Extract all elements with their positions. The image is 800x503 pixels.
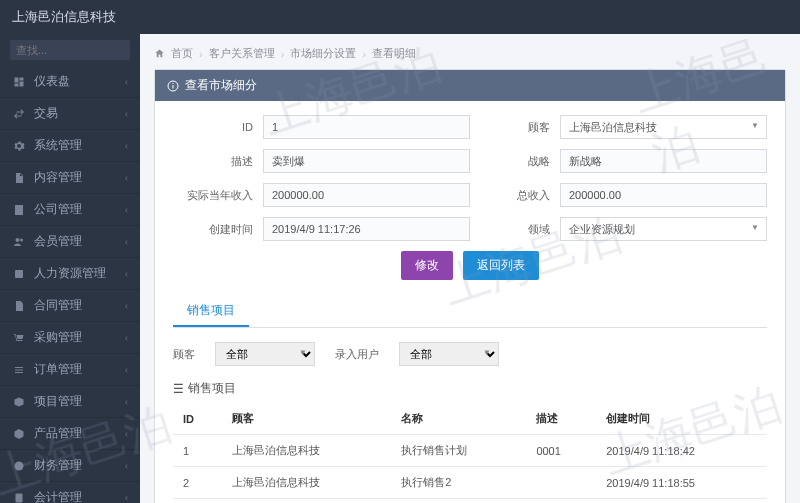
sidebar-item[interactable]: 财务管理‹	[0, 450, 140, 482]
col-name: 名称	[391, 403, 526, 435]
chevron-icon: ‹	[125, 173, 128, 183]
col-id: ID	[173, 403, 222, 435]
label-id: ID	[173, 121, 263, 133]
chevron-icon: ‹	[125, 109, 128, 119]
breadcrumb: 首页 › 客户关系管理 › 市场细分设置 › 查看明细	[154, 42, 786, 69]
field-id[interactable]	[263, 115, 470, 139]
label-strategy: 战略	[470, 154, 560, 169]
subtable-title-row: ☰ 销售项目	[173, 372, 767, 403]
col-desc: 描述	[526, 403, 596, 435]
breadcrumb-home[interactable]: 首页	[171, 46, 193, 61]
sidebar-item[interactable]: 人力资源管理‹	[0, 258, 140, 290]
box-icon	[12, 395, 26, 409]
sub-tabs: 销售项目	[173, 296, 767, 328]
cube-icon	[12, 427, 26, 441]
sales-table: ID 顾客 名称 描述 创建时间 1上海邑泊信息科技执行销售计划00012019…	[173, 403, 767, 499]
sidebar-item[interactable]: 项目管理‹	[0, 386, 140, 418]
svg-rect-7	[173, 85, 174, 89]
panel-title: 查看市场细分	[185, 77, 257, 94]
label-total-income: 总收入	[470, 188, 560, 203]
dashboard-icon	[12, 75, 26, 89]
sidebar-item[interactable]: 内容管理‹	[0, 162, 140, 194]
field-desc[interactable]	[263, 149, 470, 173]
chevron-icon: ‹	[125, 461, 128, 471]
label-desc: 描述	[173, 154, 263, 169]
users-icon	[12, 235, 26, 249]
breadcrumb-1[interactable]: 客户关系管理	[209, 46, 275, 61]
info-icon	[167, 80, 179, 92]
chevron-icon: ‹	[125, 365, 128, 375]
table-row[interactable]: 2上海邑泊信息科技执行销售22019/4/9 11:18:55	[173, 467, 767, 499]
sidebar-item[interactable]: 采购管理‹	[0, 322, 140, 354]
svg-point-0	[16, 238, 20, 242]
main-content: 首页 › 客户关系管理 › 市场细分设置 › 查看明细 查看市场细分 ID	[140, 34, 800, 503]
field-strategy[interactable]	[560, 149, 767, 173]
svg-rect-8	[173, 83, 174, 84]
sidebar-search	[0, 34, 140, 66]
breadcrumb-3: 查看明细	[372, 46, 416, 61]
brand: 上海邑泊信息科技	[12, 8, 116, 26]
filter-user-label: 录入用户	[335, 347, 379, 362]
table-row[interactable]: 1上海邑泊信息科技执行销售计划00012019/4/9 11:18:42	[173, 435, 767, 467]
sidebar-item[interactable]: 交易‹	[0, 98, 140, 130]
breadcrumb-2[interactable]: 市场细分设置	[290, 46, 356, 61]
chevron-icon: ‹	[125, 493, 128, 503]
sidebar-item[interactable]: 系统管理‹	[0, 130, 140, 162]
edit-button[interactable]: 修改	[401, 251, 453, 280]
field-total-income[interactable]	[560, 183, 767, 207]
sidebar-item[interactable]: 合同管理‹	[0, 290, 140, 322]
gear-icon	[12, 139, 26, 153]
svg-point-3	[15, 461, 24, 470]
col-customer: 顾客	[222, 403, 392, 435]
label-income-year: 实际当年收入	[173, 188, 263, 203]
label-field: 领域	[470, 222, 560, 237]
chevron-icon: ‹	[125, 429, 128, 439]
sidebar-item[interactable]: 产品管理‹	[0, 418, 140, 450]
sidebar-nav: 仪表盘‹交易‹系统管理‹内容管理‹公司管理‹会员管理‹人力资源管理‹合同管理‹采…	[0, 66, 140, 503]
building-icon	[12, 203, 26, 217]
subtable-title: 销售项目	[188, 380, 236, 397]
chevron-icon: ‹	[125, 269, 128, 279]
sidebar-item[interactable]: 仪表盘‹	[0, 66, 140, 98]
topbar: 上海邑泊信息科技	[0, 0, 800, 34]
home-icon	[154, 48, 165, 59]
chevron-icon: ‹	[125, 141, 128, 151]
field-customer[interactable]: 上海邑泊信息科技	[560, 115, 767, 139]
sidebar-item[interactable]: 订单管理‹	[0, 354, 140, 386]
svg-rect-2	[15, 270, 23, 278]
badge-icon	[12, 267, 26, 281]
label-customer: 顾客	[470, 120, 560, 135]
file-icon	[12, 299, 26, 313]
tab-sales-project[interactable]: 销售项目	[173, 296, 249, 327]
search-input[interactable]	[10, 40, 130, 60]
calc-icon	[12, 491, 26, 504]
field-domain[interactable]: 企业资源规划	[560, 217, 767, 241]
field-created[interactable]	[263, 217, 470, 241]
detail-panel: 查看市场细分 ID 顾客 上海邑泊信息科技 描述	[154, 69, 786, 503]
list-icon: ☰	[173, 382, 184, 396]
chevron-icon: ‹	[125, 301, 128, 311]
cart-icon	[12, 331, 26, 345]
filter-customer-label: 顾客	[173, 347, 195, 362]
list-icon	[12, 363, 26, 377]
doc-icon	[12, 171, 26, 185]
chevron-icon: ‹	[125, 77, 128, 87]
sidebar-item[interactable]: 公司管理‹	[0, 194, 140, 226]
sidebar-item[interactable]: 会员管理‹	[0, 226, 140, 258]
svg-point-1	[20, 238, 23, 241]
filter-user[interactable]: 全部	[399, 342, 499, 366]
chevron-icon: ‹	[125, 205, 128, 215]
back-button[interactable]: 返回列表	[463, 251, 539, 280]
sidebar: 仪表盘‹交易‹系统管理‹内容管理‹公司管理‹会员管理‹人力资源管理‹合同管理‹采…	[0, 34, 140, 503]
field-income-year[interactable]	[263, 183, 470, 207]
money-icon	[12, 459, 26, 473]
chevron-icon: ‹	[125, 333, 128, 343]
col-created: 创建时间	[596, 403, 767, 435]
filter-customer[interactable]: 全部	[215, 342, 315, 366]
svg-rect-4	[16, 493, 23, 502]
chevron-icon: ‹	[125, 397, 128, 407]
panel-header: 查看市场细分	[155, 70, 785, 101]
exchange-icon	[12, 107, 26, 121]
sidebar-item[interactable]: 会计管理‹	[0, 482, 140, 503]
label-created: 创建时间	[173, 222, 263, 237]
